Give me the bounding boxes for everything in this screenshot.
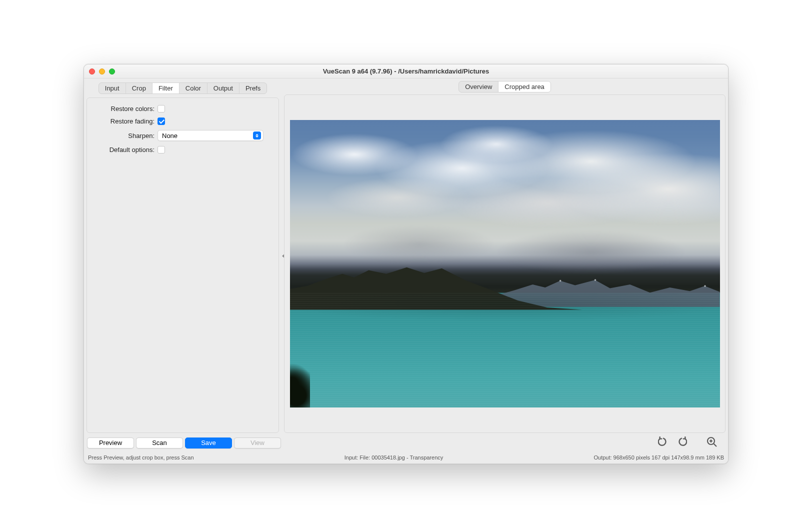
tab-overview[interactable]: Overview <box>459 82 498 92</box>
zoom-tools <box>658 436 725 450</box>
preview-panel: Overview Cropped area <box>282 78 728 433</box>
app-window: VueScan 9 a64 (9.7.96) - /Users/hamrickd… <box>84 64 728 464</box>
tab-output[interactable]: Output <box>208 83 240 94</box>
scan-button[interactable]: Scan <box>136 438 183 448</box>
preview-button[interactable]: Preview <box>87 438 134 448</box>
rotate-left-icon[interactable] <box>658 436 669 449</box>
bottom-toolbar: Preview Scan Save View <box>84 433 728 452</box>
default-options-checkbox[interactable] <box>158 146 165 154</box>
svg-line-1 <box>714 444 717 447</box>
left-tabs: Input Crop Filter Color Output Prefs <box>98 82 267 94</box>
tab-cropped-area[interactable]: Cropped area <box>498 82 550 92</box>
tab-color[interactable]: Color <box>180 83 208 94</box>
titlebar: VueScan 9 a64 (9.7.96) - /Users/hamrickd… <box>84 64 728 78</box>
preview-area[interactable] <box>284 94 726 433</box>
scanned-image <box>290 120 720 408</box>
filter-form: Restore colors: Restore fading: Sharpen:… <box>86 98 279 433</box>
sharpen-value: None <box>162 132 178 140</box>
window-title: VueScan 9 a64 (9.7.96) - /Users/hamrickd… <box>84 68 728 75</box>
view-button: View <box>234 438 281 448</box>
zoom-in-icon[interactable] <box>706 436 718 450</box>
rotate-right-icon[interactable] <box>676 436 687 449</box>
status-output: Output: 968x650 pixels 167 dpi 147x98.9 … <box>594 454 724 460</box>
sharpen-select[interactable]: None <box>158 130 264 141</box>
tab-crop[interactable]: Crop <box>126 83 152 94</box>
tab-filter[interactable]: Filter <box>152 83 180 94</box>
restore-fading-label: Restore fading: <box>95 118 158 125</box>
restore-colors-checkbox[interactable] <box>158 105 165 112</box>
default-options-label: Default options: <box>95 146 158 154</box>
status-bar: Press Preview, adjust crop box, press Sc… <box>84 452 728 464</box>
chevron-updown-icon <box>253 132 261 140</box>
right-tabs: Overview Cropped area <box>458 81 551 92</box>
tab-prefs[interactable]: Prefs <box>240 83 266 94</box>
tab-input[interactable]: Input <box>99 83 126 94</box>
status-input: Input: File: 00035418.jpg - Transparency <box>214 454 574 460</box>
restore-colors-label: Restore colors: <box>95 105 158 112</box>
restore-fading-checkbox[interactable] <box>158 118 165 125</box>
save-button[interactable]: Save <box>185 438 232 448</box>
sharpen-label: Sharpen: <box>95 132 158 140</box>
status-hint: Press Preview, adjust crop box, press Sc… <box>88 454 194 460</box>
settings-panel: Input Crop Filter Color Output Prefs Res… <box>84 78 282 433</box>
